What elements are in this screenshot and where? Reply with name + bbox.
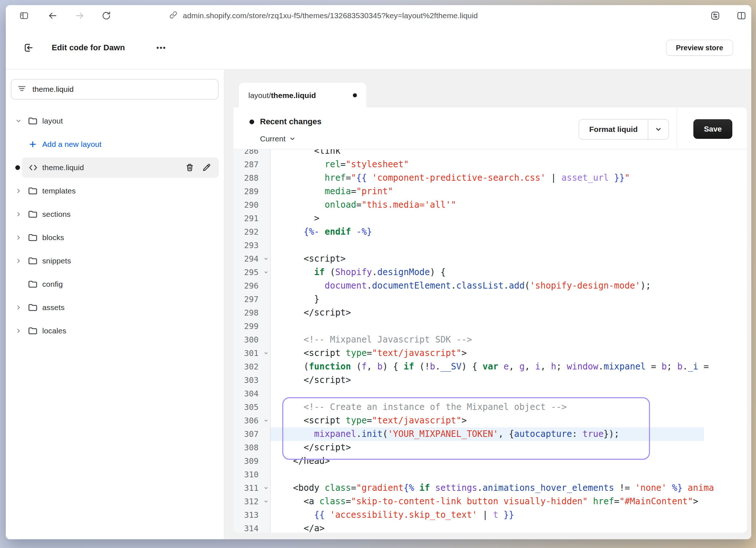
code-line[interactable]: 304 bbox=[233, 387, 747, 400]
tree-action-add-layout[interactable]: Add a new layout bbox=[11, 133, 219, 156]
line-number-gutter: 314 bbox=[233, 522, 271, 533]
app-header: Edit code for Dawn ••• Preview store bbox=[6, 26, 751, 70]
tree-item-assets[interactable]: assets bbox=[11, 296, 219, 319]
fold-chevron-icon[interactable] bbox=[261, 266, 270, 279]
code-line[interactable]: 286 <link bbox=[233, 149, 747, 158]
code-line[interactable]: 291 > bbox=[233, 212, 747, 225]
code-line[interactable]: 293 bbox=[233, 239, 747, 252]
code-line[interactable]: 303 </script> bbox=[233, 373, 747, 387]
more-actions-button[interactable]: ••• bbox=[151, 41, 171, 54]
page-settings-icon[interactable] bbox=[708, 8, 722, 23]
forward-icon[interactable] bbox=[72, 8, 87, 23]
code-line[interactable]: 298 </script> bbox=[233, 306, 747, 320]
tree-item-snippets[interactable]: snippets bbox=[11, 249, 219, 273]
line-number-gutter: 300 bbox=[233, 333, 271, 347]
file-search-input[interactable] bbox=[32, 85, 212, 94]
tree-item-label: assets bbox=[42, 303, 64, 312]
chevron-icon[interactable] bbox=[15, 211, 28, 218]
format-dropdown-arrow[interactable] bbox=[648, 120, 669, 139]
line-number-gutter: 293 bbox=[233, 239, 271, 252]
preview-store-button[interactable]: Preview store bbox=[666, 40, 733, 56]
save-button[interactable]: Save bbox=[693, 119, 732, 139]
code-line[interactable]: 314 </a> bbox=[233, 522, 747, 533]
file-search-box[interactable] bbox=[11, 79, 218, 99]
fold-chevron-icon[interactable] bbox=[261, 481, 270, 495]
tree-item-theme-liquid[interactable]: theme.liquid bbox=[11, 156, 219, 179]
back-icon[interactable] bbox=[45, 8, 60, 23]
code-line[interactable]: 311 <body class="gradient{% if settings.… bbox=[233, 481, 747, 495]
line-number-gutter: 294 bbox=[233, 252, 271, 266]
code-line[interactable]: 308 </script> bbox=[233, 441, 747, 454]
code-line[interactable]: 288 href="{{ 'component-predictive-searc… bbox=[233, 171, 747, 185]
chevron-icon[interactable] bbox=[15, 328, 28, 334]
line-number-gutter: 299 bbox=[233, 320, 271, 333]
tree-item-label: templates bbox=[42, 187, 76, 195]
version-dropdown[interactable]: Current bbox=[260, 134, 296, 143]
code-line[interactable]: 289 media="print" bbox=[233, 185, 747, 198]
code-line[interactable]: 297 } bbox=[233, 293, 747, 306]
fold-chevron-icon[interactable] bbox=[261, 252, 270, 266]
tree-item-label: config bbox=[42, 280, 63, 289]
sidebar-toggle-icon[interactable] bbox=[17, 8, 31, 23]
delete-file-icon[interactable] bbox=[183, 161, 196, 174]
line-number-gutter: 295 bbox=[233, 266, 271, 279]
fold-chevron-icon[interactable] bbox=[261, 347, 270, 360]
code-line[interactable]: 307 mixpanel.init('YOUR_MIXPANEL_TOKEN',… bbox=[233, 427, 747, 441]
code-line[interactable]: 313 {{ 'accessibility.skip_to_text' | t … bbox=[233, 508, 747, 522]
code-line[interactable]: 312 <a class="skip-to-content-link butto… bbox=[233, 495, 747, 508]
format-liquid-button[interactable]: Format liquid bbox=[579, 119, 669, 140]
file-tree: layoutAdd a new layouttheme.liquidtempla… bbox=[11, 109, 219, 342]
tree-item-sections[interactable]: sections bbox=[11, 203, 219, 226]
code-line[interactable]: 306 <script type="text/javascript"> bbox=[233, 414, 747, 427]
version-label: Current bbox=[260, 134, 286, 143]
split-view-icon[interactable] bbox=[734, 8, 749, 23]
code-line[interactable]: 305 <!-- Create an instance of the Mixpa… bbox=[233, 400, 747, 414]
chevron-icon[interactable] bbox=[15, 304, 28, 311]
line-number-gutter: 289 bbox=[233, 185, 271, 198]
rename-file-icon[interactable] bbox=[200, 161, 213, 174]
address-bar[interactable]: admin.shopify.com/store/rzq1xu-f5/themes… bbox=[169, 5, 478, 26]
code-line[interactable]: 302 (function (f, b) { if (!b.__SV) { va… bbox=[233, 360, 747, 373]
code-line[interactable]: 310 bbox=[233, 468, 747, 481]
line-number-gutter: 311 bbox=[233, 481, 271, 495]
code-line[interactable]: 301 <script type="text/javascript"> bbox=[233, 347, 747, 360]
chevron-icon[interactable] bbox=[15, 234, 28, 241]
reload-icon[interactable] bbox=[99, 8, 114, 23]
page-title: Edit code for Dawn bbox=[52, 43, 125, 52]
chevron-icon[interactable] bbox=[15, 258, 28, 264]
fold-chevron-icon[interactable] bbox=[261, 495, 270, 508]
code-line[interactable]: 300 <!-- Mixpanel Javascript SDK --> bbox=[233, 333, 747, 347]
code-line[interactable]: 292 {%- endif -%} bbox=[233, 225, 747, 239]
code-line[interactable]: 309 </head> bbox=[233, 454, 747, 468]
chevron-icon[interactable] bbox=[15, 188, 28, 194]
chevron-icon[interactable] bbox=[15, 118, 28, 124]
recent-changes-label: Recent changes bbox=[260, 117, 322, 126]
fold-chevron-icon[interactable] bbox=[261, 414, 270, 427]
folder-icon bbox=[28, 209, 42, 219]
code-line[interactable]: 287 rel="stylesheet" bbox=[233, 158, 747, 171]
file-sidebar: layoutAdd a new layouttheme.liquidtempla… bbox=[6, 70, 224, 539]
exit-editor-icon[interactable] bbox=[20, 40, 36, 56]
code-editor[interactable]: 286 <link287 rel="stylesheet"288 href="{… bbox=[233, 149, 747, 533]
code-lines: 286 <link287 rel="stylesheet"288 href="{… bbox=[233, 149, 747, 533]
tree-item-label: layout bbox=[42, 117, 63, 125]
tree-item-blocks[interactable]: blocks bbox=[11, 226, 219, 249]
tree-item-layout[interactable]: layout bbox=[11, 109, 219, 133]
header-divider bbox=[677, 108, 677, 148]
tree-item-templates[interactable]: templates bbox=[11, 179, 219, 203]
code-line[interactable]: 294 <script> bbox=[233, 252, 747, 266]
content: layoutAdd a new layouttheme.liquidtempla… bbox=[6, 70, 751, 539]
line-number-gutter: 312 bbox=[233, 495, 271, 508]
format-liquid-label: Format liquid bbox=[579, 120, 648, 139]
code-line[interactable]: 295 if (Shopify.designMode) { bbox=[233, 266, 747, 279]
code-line[interactable]: 296 document.documentElement.classList.a… bbox=[233, 279, 747, 293]
code-line[interactable]: 299 bbox=[233, 320, 747, 333]
tree-item-config[interactable]: config bbox=[11, 273, 219, 296]
tree-item-label: snippets bbox=[42, 257, 71, 265]
folder-icon bbox=[28, 326, 42, 336]
code-line[interactable]: 290 onload="this.media='all'" bbox=[233, 198, 747, 212]
tab-theme-liquid[interactable]: layout/theme.liquid bbox=[239, 83, 366, 108]
tree-item-locales[interactable]: locales bbox=[11, 319, 219, 342]
line-number-gutter: 292 bbox=[233, 225, 271, 239]
tree-item-label: blocks bbox=[42, 233, 64, 242]
